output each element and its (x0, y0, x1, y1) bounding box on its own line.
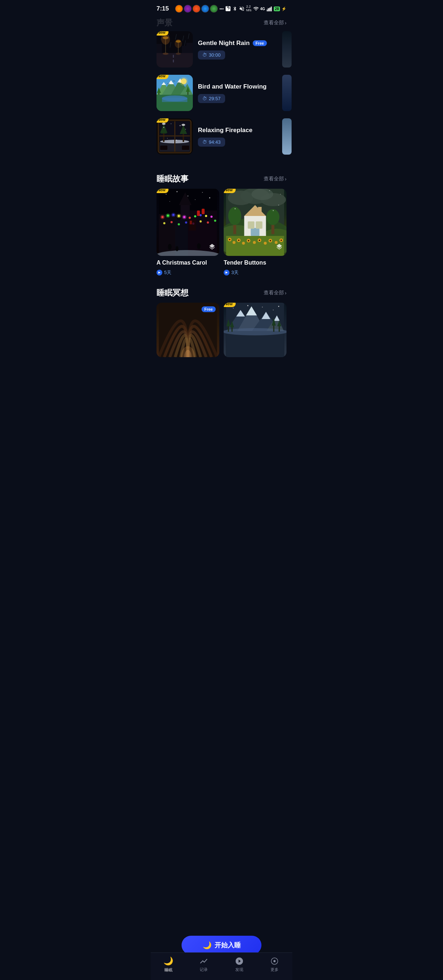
partial-top-section: 声景 查看全部 › (151, 16, 292, 31)
svg-point-22 (176, 52, 181, 55)
battery-icon: 28 (274, 6, 280, 11)
sound-item-gentle-night-rain[interactable]: New Gentle Night Rain Free ⏱ 30:00 (156, 31, 287, 67)
fireplace-scene (156, 118, 193, 154)
svg-point-96 (185, 221, 187, 224)
svg-rect-63 (160, 146, 167, 150)
svg-point-146 (228, 207, 241, 225)
sound-info-gentle-night-rain: Gentle Night Rain Free ⏱ 30:00 (198, 40, 287, 59)
status-time: 7:15 (156, 5, 169, 12)
story-duration-tender: ▶ 3天 (224, 269, 239, 276)
wifi-icon (253, 6, 259, 12)
signal-bars-icon (266, 6, 272, 12)
med2-scene (224, 303, 287, 357)
start-sleep-button[interactable]: 🌙 开始入睡 (182, 936, 261, 955)
charging-icon: ⚡ (281, 6, 287, 11)
svg-point-148 (266, 209, 280, 225)
sound-item-fireplace[interactable]: New Relaxing Fireplace ⏱ 94:43 (156, 118, 287, 154)
svg-rect-150 (256, 221, 263, 229)
svg-point-92 (182, 215, 186, 219)
meditation-view-all[interactable]: 查看全部 › (264, 290, 287, 296)
cta-section: 🌙 开始入睡 (182, 936, 261, 955)
nav-item-discover[interactable]: 发现 (222, 957, 257, 972)
svg-point-89 (166, 213, 170, 218)
partial-view-all[interactable]: 查看全部 › (264, 20, 287, 26)
svg-point-123 (233, 241, 236, 244)
nav-item-records[interactable]: 记录 (186, 957, 222, 972)
duration-fireplace: ⏱ 94:43 (198, 138, 225, 146)
sound-title-fireplace: Relaxing Fireplace (198, 127, 287, 134)
svg-rect-73 (159, 214, 177, 256)
avatar-3 (193, 5, 201, 13)
svg-point-95 (178, 223, 180, 225)
svg-rect-107 (197, 210, 200, 216)
svg-point-127 (253, 241, 256, 244)
story-title-christmas: A Christmas Carol (156, 259, 219, 266)
clock-icon-1: ⏱ (202, 52, 207, 58)
svg-point-151 (234, 208, 236, 210)
svg-rect-64 (182, 146, 189, 150)
free-badge-gentle-night-rain: Free (253, 40, 267, 46)
thumb-bird-water: New (156, 75, 193, 111)
svg-point-114 (252, 189, 273, 200)
svg-point-69 (202, 192, 203, 193)
thumb-tender: New (224, 189, 287, 256)
svg-point-99 (207, 221, 209, 224)
svg-point-13 (175, 39, 182, 48)
records-nav-icon (199, 957, 208, 966)
new-badge-gentle-night-rain: New (156, 31, 169, 35)
svg-point-68 (188, 196, 188, 196)
duration-gentle-night-rain: ⏱ 30:00 (198, 51, 225, 59)
sleep-nav-label: 睡眠 (164, 967, 172, 973)
stories-grid: New A Christmas Carol ▶ 5天 (151, 189, 292, 276)
right-preview-2 (282, 75, 292, 111)
svg-point-84 (194, 215, 196, 217)
svg-point-181 (273, 310, 274, 310)
svg-point-116 (280, 194, 281, 194)
clock-icon-2: ⏱ (202, 96, 207, 101)
nav-item-more[interactable]: 更多 (257, 957, 293, 972)
stories-section-header: 睡眠故事 查看全部 › (151, 170, 292, 189)
meditation-card-1[interactable]: Free (156, 303, 219, 357)
discover-nav-icon (235, 957, 244, 966)
play-icon-christmas: ▶ (156, 270, 162, 275)
svg-point-91 (177, 214, 181, 218)
bluetooth-icon (233, 6, 237, 12)
layers-icon-christmas (209, 243, 216, 252)
svg-point-183 (273, 960, 276, 962)
svg-point-153 (279, 205, 279, 205)
svg-rect-108 (202, 209, 205, 214)
meditation-card-2[interactable]: New (224, 303, 287, 357)
svg-point-61 (167, 138, 168, 138)
svg-point-102 (168, 244, 172, 250)
avatar-2 (184, 5, 192, 13)
svg-point-179 (262, 307, 263, 307)
avatar-1 (175, 5, 183, 13)
svg-point-21 (163, 52, 169, 55)
mute-icon (239, 6, 245, 12)
story-card-christmas[interactable]: New A Christmas Carol ▶ 5天 (156, 189, 219, 276)
svg-rect-56 (174, 121, 175, 152)
svg-point-70 (209, 197, 210, 199)
more-nav-icon (270, 957, 279, 966)
svg-rect-6 (173, 55, 174, 58)
svg-point-67 (177, 191, 178, 192)
content-wrapper: 声景 查看全部 › (151, 16, 292, 408)
svg-point-87 (210, 216, 213, 218)
sound-item-bird-water[interactable]: New Bird and Water Flowing ⏱ 29:57 (156, 75, 287, 111)
stories-view-all[interactable]: 查看全部 › (264, 176, 287, 182)
svg-point-66 (166, 194, 167, 194)
svg-point-117 (269, 190, 270, 191)
avatar-4 (201, 5, 209, 13)
svg-rect-1 (268, 8, 269, 11)
layers-icon-tender (276, 243, 283, 252)
new-badge-fireplace: New (156, 118, 169, 123)
nav-item-sleep[interactable]: 🌙 睡眠 (151, 956, 186, 973)
story-duration-christmas: ▶ 5天 (156, 269, 171, 276)
moon-emoji: 🌙 (202, 941, 212, 950)
spacer-2 (151, 276, 292, 285)
nfc-icon (225, 6, 231, 12)
story-card-tender[interactable]: New Tender Buttons ▶ 3天 (224, 189, 287, 276)
svg-point-133 (229, 239, 231, 240)
cta-label: 开始入睡 (215, 941, 241, 950)
more-nav-label: 更多 (271, 967, 279, 972)
